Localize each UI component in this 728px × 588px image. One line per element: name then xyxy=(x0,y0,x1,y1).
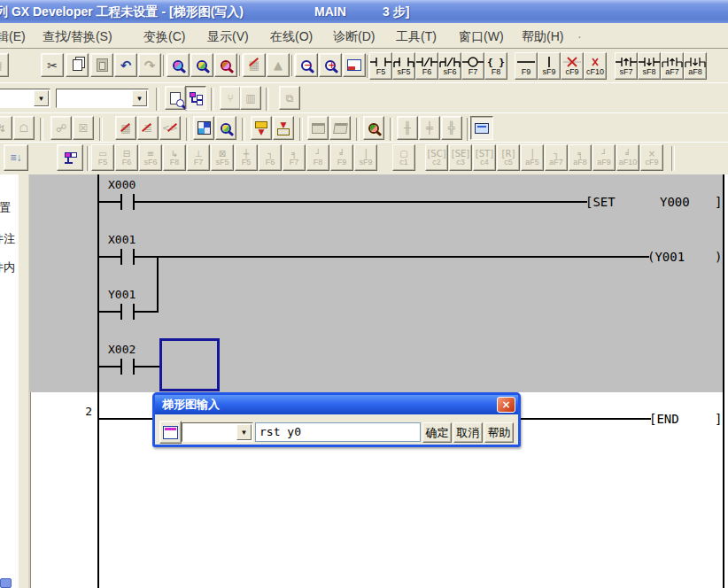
zoom-out-button[interactable]: − xyxy=(295,53,318,77)
falling-pulse-button[interactable]: sF8 xyxy=(638,52,661,80)
print-button[interactable]: ▤ xyxy=(0,53,9,77)
parallel-open-contact-button[interactable]: sF5 xyxy=(392,52,415,80)
sfc-symbol-button[interactable]: ▢ c1 xyxy=(392,144,415,171)
macro-button[interactable]: ⧉ xyxy=(279,86,300,110)
tile-windows-button[interactable] xyxy=(329,116,351,140)
sfc-symbol-button[interactable]: ≡ sF6 xyxy=(139,144,162,171)
sfc-sort-button[interactable]: ≡↓ xyxy=(4,144,28,171)
read-from-plc-button[interactable]: ▼ xyxy=(273,116,294,140)
sfc-symbol-button[interactable]: [ST] c4 xyxy=(473,144,496,171)
sfc-symbol-button[interactable]: ╕ F7 xyxy=(283,144,306,171)
cross-reference-button[interactable] xyxy=(193,116,214,140)
entry-monitor-button[interactable] xyxy=(363,116,384,140)
device-test-button[interactable]: ☍ xyxy=(50,116,72,140)
sfc-symbol-button[interactable]: ┐ F6 xyxy=(259,144,282,171)
rung-line xyxy=(135,256,649,258)
find-program-button[interactable] xyxy=(167,53,190,77)
sfc-symbol-button[interactable]: ↳ F8 xyxy=(163,144,186,171)
sfc-symbol-button[interactable]: ⊥ F7 xyxy=(187,144,210,171)
find-device-button[interactable] xyxy=(190,53,213,77)
sfc-symbol-button[interactable]: [SC] c2 xyxy=(425,144,448,171)
help-button[interactable]: 帮助 xyxy=(484,422,514,443)
undo-button[interactable]: ↶ xyxy=(114,53,137,77)
online-program-change-button[interactable]: ▦ xyxy=(115,116,136,140)
program-select-combo[interactable]: ▼ xyxy=(0,89,50,108)
delete-vertical-line-button[interactable]: cF10 xyxy=(584,52,607,80)
sfc-symbol-button[interactable]: │ aF5 xyxy=(521,144,544,171)
menu-convert[interactable]: 变换(C) xyxy=(143,29,185,45)
menu-online[interactable]: 在线(O) xyxy=(270,29,313,45)
menu-window[interactable]: 窗口(W) xyxy=(459,29,504,45)
clock-setting-button[interactable]: ╬ xyxy=(441,116,462,140)
menu-edit[interactable]: 辑(E) xyxy=(0,29,26,45)
ladder-edit-button[interactable]: ▦ xyxy=(243,53,266,77)
redo-button[interactable]: ↷ xyxy=(138,53,161,77)
project-find-button[interactable] xyxy=(165,86,186,110)
list-search-button[interactable] xyxy=(215,116,236,140)
sfc-symbol-button[interactable]: ╛ aF10 xyxy=(616,144,639,171)
label-edit-button[interactable]: ☖ xyxy=(13,116,35,140)
open-contact-button[interactable]: F5 xyxy=(369,52,392,80)
sfc-symbol-button[interactable]: [R] c5 xyxy=(497,144,520,171)
monitor-write-button[interactable]: ≣ xyxy=(137,116,159,140)
sampling-trace-button[interactable]: ☒ xyxy=(73,116,94,140)
sfc-symbol-button[interactable]: │ sF9 xyxy=(354,144,377,171)
zoom-in-button[interactable]: + xyxy=(319,53,342,77)
write-to-plc-button[interactable]: ▼ xyxy=(251,116,272,140)
sfc-symbol-button[interactable]: ⊠ sF5 xyxy=(211,144,234,171)
coil-button[interactable]: F7 xyxy=(461,52,484,80)
tool-partial-button[interactable]: ↯ xyxy=(0,116,12,140)
comment-edit-button[interactable]: ▥ xyxy=(240,86,261,110)
remote-operation-button[interactable]: ╪ xyxy=(419,116,440,140)
parallel-rising-pulse-button[interactable]: aF7 xyxy=(661,52,684,80)
menu-view[interactable]: 显示(V) xyxy=(207,29,249,45)
chevron-down-icon[interactable]: ▼ xyxy=(132,90,147,106)
ok-button[interactable]: 确定 xyxy=(422,422,452,443)
symbol-combo[interactable]: ▼ xyxy=(182,422,253,442)
parameter-button[interactable]: ⑂ xyxy=(220,86,241,110)
sfc-symbol-button[interactable]: ⊟ F6 xyxy=(115,144,138,171)
rising-pulse-button[interactable]: sF7 xyxy=(615,52,638,80)
cascade-windows-button[interactable] xyxy=(307,116,329,140)
menu-find-replace[interactable]: 查找/替换(S) xyxy=(43,29,112,45)
vertical-line-button[interactable]: sF9 xyxy=(538,52,561,80)
monitor-mode-button[interactable] xyxy=(470,116,493,140)
symbol-select-button[interactable] xyxy=(159,421,182,444)
delete-horizontal-line-button[interactable]: cF9 xyxy=(561,52,584,80)
chevron-down-icon[interactable]: ▼ xyxy=(34,90,49,106)
chevron-down-icon[interactable]: ▼ xyxy=(236,424,252,440)
sfc-symbol-button[interactable]: ▭ F5 xyxy=(91,144,114,171)
sfc-symbol-button[interactable]: ┘ F8 xyxy=(306,144,329,171)
device-select-combo[interactable]: ▼ xyxy=(56,89,149,108)
device-batch-button[interactable]: <> xyxy=(159,116,181,140)
find-instruction-button[interactable] xyxy=(214,53,237,77)
sfc-symbol-button[interactable]: × cF9 xyxy=(640,144,663,171)
scan-time-button[interactable]: ╫ xyxy=(397,116,418,140)
sfc-symbol-button[interactable]: ┼ F5 xyxy=(235,144,258,171)
menu-diagnostics[interactable]: 诊断(D) xyxy=(333,29,375,45)
parallel-closed-contact-button[interactable]: sF6 xyxy=(438,52,461,80)
menu-tools[interactable]: 工具(T) xyxy=(396,29,437,45)
cancel-button[interactable]: 取消 xyxy=(453,422,483,443)
sfc-symbol-button[interactable]: ╛ F9 xyxy=(330,144,353,171)
menu-help[interactable]: 帮助(H) xyxy=(522,29,563,45)
instruction-input[interactable]: rst y0 xyxy=(255,422,421,442)
sfc-symbol-button[interactable]: ┐ aF7 xyxy=(545,144,568,171)
sfc-symbol-button[interactable]: [SE] c3 xyxy=(449,144,472,171)
screen-split-button[interactable] xyxy=(343,53,366,77)
project-data-list-button[interactable] xyxy=(185,86,206,110)
paste-button[interactable] xyxy=(90,53,113,77)
copy-button[interactable] xyxy=(66,53,89,77)
block-list-button[interactable] xyxy=(57,144,83,171)
closed-contact-button[interactable]: F6 xyxy=(415,52,438,80)
cut-button[interactable]: ✂ xyxy=(41,53,64,77)
application-instruction-button[interactable]: { } F8 xyxy=(484,52,507,80)
monitor-test-button[interactable]: ▲ xyxy=(267,53,290,77)
sfc-symbol-button[interactable]: ┘ aF9 xyxy=(592,144,616,171)
horizontal-line-button[interactable]: F9 xyxy=(515,52,538,80)
dialog-close-button[interactable]: × xyxy=(497,397,515,413)
sfc-symbol-button[interactable]: ╕ aF8 xyxy=(569,144,592,171)
ladder-edit-cursor[interactable] xyxy=(159,338,220,391)
dialog-title-bar[interactable]: 梯形图输入 xyxy=(155,395,518,414)
parallel-falling-pulse-button[interactable]: aF8 xyxy=(684,52,707,80)
